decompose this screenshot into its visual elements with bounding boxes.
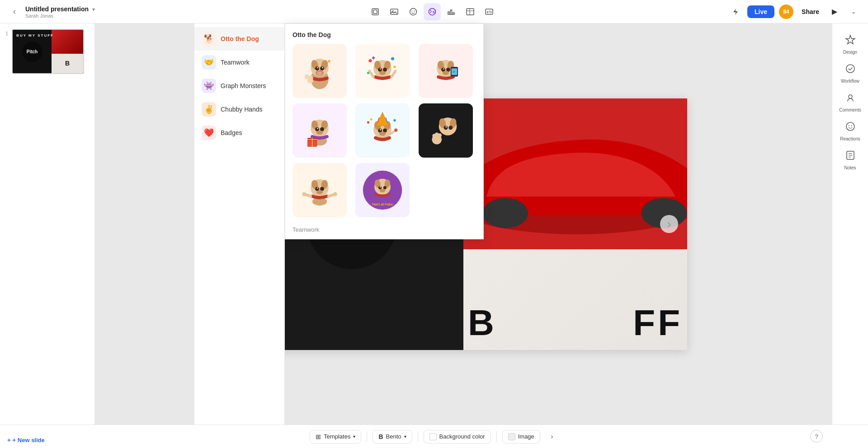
table-icon	[466, 7, 475, 16]
templates-button[interactable]: ⊞ Templates ▾	[310, 430, 361, 443]
image-swatch	[508, 433, 515, 440]
letter-f1: F	[633, 305, 653, 341]
dog-sticker-2-svg	[362, 51, 403, 91]
new-slide-button[interactable]: + + New slide	[7, 437, 45, 443]
bento-button[interactable]: B Bento ▾	[373, 430, 412, 443]
svg-point-20	[846, 122, 854, 131]
empty-sticker-slot	[419, 163, 473, 217]
share-button[interactable]: Share	[798, 5, 823, 18]
teamwork-section-label: Teamwork	[292, 226, 476, 233]
dog-sticker-5-svg	[362, 110, 403, 151]
design-icon	[845, 34, 856, 48]
templates-label: Templates	[324, 433, 350, 440]
table-toolbar-btn[interactable]	[462, 3, 479, 20]
topbar: ‹ Untitled presentation ▾ Sarah Jonas	[0, 0, 868, 23]
svg-line-13	[489, 11, 489, 13]
svg-rect-91	[370, 118, 373, 121]
slide-arrow-right[interactable]: ›	[660, 215, 678, 233]
image-label: Image	[518, 433, 534, 440]
slide-thumbnail[interactable]: Pitch B BUY MY STUFF	[12, 29, 84, 74]
image-icon	[390, 7, 399, 16]
graph-monsters-label: Graph Monsters	[221, 82, 266, 89]
bottom-more-button[interactable]: ›	[546, 430, 558, 443]
sidebar-design-btn[interactable]: Design	[837, 31, 864, 58]
lightning-button[interactable]	[728, 5, 743, 19]
templates-icon: ⊞	[316, 433, 321, 440]
sticker-otto-8[interactable]: That's all Folks!	[355, 163, 410, 217]
bottom-bar: + + New slide ⊞ Templates ▾ B Bento ▾ Ba…	[0, 425, 868, 448]
sticker-otto-2[interactable]	[355, 44, 410, 98]
category-graph-monsters[interactable]: 👾 Graph Monsters	[194, 74, 284, 98]
play-button[interactable]: ▶	[827, 5, 842, 19]
embed-toolbar-btn[interactable]	[481, 3, 498, 20]
workflow-icon	[845, 63, 856, 77]
image-toolbar-btn[interactable]	[386, 3, 403, 20]
sticker-toolbar-btn[interactable]	[424, 3, 441, 20]
sticker-otto-1[interactable]: ★	[292, 44, 347, 98]
svg-point-19	[849, 95, 852, 98]
play-dropdown-btn[interactable]: ⌄	[846, 5, 861, 19]
svg-rect-38	[305, 74, 308, 79]
svg-point-97	[448, 126, 453, 130]
image-button[interactable]: Image	[502, 430, 540, 443]
category-chubby-hands[interactable]: ✌️ Chubby Hands	[194, 98, 284, 121]
workflow-label: Workflow	[841, 79, 859, 84]
comments-label: Comments	[839, 107, 861, 112]
title-caret[interactable]: ▾	[92, 6, 95, 13]
category-badges[interactable]: ❤️ Badges	[194, 121, 284, 145]
svg-point-120	[383, 186, 387, 189]
svg-point-71	[316, 131, 323, 135]
svg-rect-37	[307, 76, 313, 83]
slide-letters-right: F F	[633, 305, 678, 341]
slide-right-half: B F F	[463, 98, 687, 350]
bg-color-label: Background color	[439, 433, 485, 440]
bento-caret: ▾	[404, 434, 406, 439]
svg-point-88	[394, 129, 397, 132]
sticker-otto-7[interactable]	[292, 163, 347, 217]
svg-point-114	[333, 192, 337, 196]
svg-point-31	[315, 66, 319, 70]
teamwork-label-cat: Teamwork	[221, 59, 250, 66]
svg-point-110	[316, 190, 323, 194]
sticker-otto-4[interactable]	[292, 103, 347, 158]
bottom-divider-2	[418, 431, 418, 442]
svg-point-102	[438, 133, 442, 137]
sticker-otto-5[interactable]	[355, 103, 410, 158]
sticker-grid-panel: Otto the Dog ★	[285, 23, 484, 239]
svg-rect-51	[372, 56, 375, 60]
help-button[interactable]: ?	[810, 430, 823, 443]
svg-line-52	[370, 71, 374, 77]
sticker-otto-3[interactable]: ♥	[419, 44, 473, 98]
svg-point-21	[849, 125, 849, 126]
back-button[interactable]: ‹	[7, 5, 22, 19]
svg-rect-0	[372, 9, 378, 15]
avatar[interactable]: 84	[779, 5, 793, 19]
svg-point-34	[322, 67, 323, 68]
frame-toolbar-btn[interactable]	[367, 3, 384, 20]
chart-toolbar-btn[interactable]	[443, 3, 460, 20]
category-teamwork[interactable]: 🤝 Teamwork	[194, 51, 284, 74]
sticker-category-list: 🐕 Otto the Dog 🤝 Teamwork 👾 Graph Monste…	[194, 23, 285, 425]
notes-icon	[845, 150, 856, 163]
reactions-icon	[845, 121, 856, 135]
emoji-toolbar-btn[interactable]	[405, 3, 422, 20]
svg-point-22	[851, 125, 852, 126]
category-otto[interactable]: 🐕 Otto the Dog	[194, 27, 284, 51]
sidebar-notes-btn[interactable]: Notes	[837, 146, 864, 173]
svg-point-70	[317, 128, 318, 129]
topbar-right: Live 84 Share ▶ ⌄	[728, 5, 868, 19]
buy-my-stuff-label: BUY MY STUFF	[16, 33, 54, 37]
topbar-left: ‹ Untitled presentation ▾ Sarah Jonas	[0, 5, 136, 19]
sidebar-comments-btn[interactable]: Comments	[837, 89, 864, 116]
svg-point-82	[379, 132, 386, 136]
bg-color-button[interactable]: Background color	[424, 430, 491, 443]
sticker-otto-6[interactable]	[419, 103, 473, 158]
emoji-icon	[409, 7, 418, 16]
sidebar-reactions-btn[interactable]: Reactions	[837, 117, 864, 145]
slide-number: 1	[5, 29, 8, 36]
dog-sticker-3-svg: ♥	[425, 51, 466, 91]
svg-point-81	[380, 129, 381, 131]
comments-icon	[845, 92, 856, 106]
live-button[interactable]: Live	[747, 5, 774, 18]
sidebar-workflow-btn[interactable]: Workflow	[837, 60, 864, 87]
